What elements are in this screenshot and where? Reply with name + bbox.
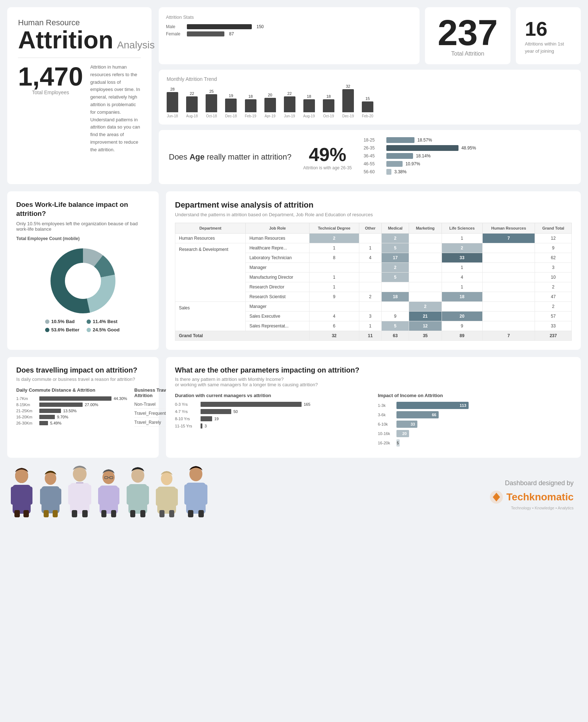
commute-section: Daily Commute Distance & Attrition 1-7Km… xyxy=(16,387,127,429)
params-title: What are the other parameters impacting … xyxy=(175,366,572,374)
age-bars: 18-25 18.57% 26-35 48.95% 36-45 18. xyxy=(364,137,571,177)
cell-other xyxy=(359,263,381,273)
cell-tech: 6 xyxy=(309,321,359,331)
svg-rect-14 xyxy=(56,488,61,505)
dashboard: Human Resource Attrition Analysis 1,470 … xyxy=(0,0,588,525)
brand-logo-icon xyxy=(489,490,504,504)
cell-dept: Human Resources xyxy=(175,234,246,243)
cell-tech xyxy=(309,263,359,273)
dur-row-3: 8-10 Yrs 19 xyxy=(175,416,369,421)
grand-total-hr: 7 xyxy=(482,331,535,341)
col-medical: Medical xyxy=(382,223,409,234)
cell-hr xyxy=(482,321,535,331)
params-subtitle: Is there any pattern in attrition with M… xyxy=(175,377,572,387)
svg-point-39 xyxy=(161,472,172,485)
male-label: Male xyxy=(166,24,184,29)
donut-label-good: 24.5% Good xyxy=(87,327,121,332)
total-attrition-number: 237 xyxy=(438,14,498,51)
person-4 xyxy=(95,469,122,517)
first-year-number: 16 xyxy=(525,17,572,40)
age-bar-36-45: 36-45 18.14% xyxy=(364,153,571,159)
cell-life: 33 xyxy=(442,253,482,263)
commute-title: Daily Commute Distance & Attrition xyxy=(16,387,127,393)
cell-life: 18 xyxy=(442,292,482,302)
cell-marketing: 2 xyxy=(409,302,442,312)
cell-medical: 2 xyxy=(382,234,409,243)
age-percent-label: Attrition is with age 26-35 xyxy=(302,165,353,170)
cell-role: Research Director xyxy=(246,282,309,292)
trend-bar-jun18: 28 Jun-18 xyxy=(167,87,178,118)
cell-medical: 18 xyxy=(382,292,409,302)
svg-rect-8 xyxy=(14,510,20,517)
people-illustration xyxy=(7,465,210,517)
income-row-4: 10-16k 20 xyxy=(378,430,572,437)
cell-hr xyxy=(482,292,535,302)
svg-rect-7 xyxy=(27,487,32,505)
donut-chart-container: 10.5% Bad 11.4% Best 53.6% Better 24.5% … xyxy=(16,245,150,332)
cell-hr xyxy=(482,243,535,253)
cell-medical: 5 xyxy=(382,243,409,253)
cell-tech: 1 xyxy=(309,282,359,292)
cell-medical: 9 xyxy=(382,312,409,321)
cell-tech: 2 xyxy=(309,234,359,243)
svg-rect-16 xyxy=(53,510,58,517)
svg-rect-35 xyxy=(127,486,132,505)
commute-row-1: 1-7Km 44.30% xyxy=(16,396,127,401)
trend-bar-oct18: 25 Oct-18 xyxy=(206,89,217,118)
first-year-box: 16 Attritions within 1st year of joining xyxy=(516,7,581,64)
income-row-3: 6-10k 33 xyxy=(378,421,572,428)
cell-dept: Sales xyxy=(175,302,246,331)
age-question: Does Age really matter in attrition? xyxy=(169,152,291,163)
cell-other: 3 xyxy=(359,312,381,321)
cell-life: 2 xyxy=(442,243,482,253)
grand-total-medical: 63 xyxy=(382,331,409,341)
dur-row-1: 0-3 Yrs 165 xyxy=(175,402,369,407)
monthly-trend-chart: 28 Jun-18 22 Aug-18 25 Oct-18 xyxy=(167,86,573,118)
age-bar-26-35: 26-35 48.95% xyxy=(364,145,571,151)
cell-medical: 2 xyxy=(382,263,409,273)
cell-total: 33 xyxy=(535,321,572,331)
trend-bar-aug18: 22 Aug-18 xyxy=(186,91,198,118)
cell-role: Research Scientist xyxy=(246,292,309,302)
donut-label-better: 53.6% Better xyxy=(45,327,79,332)
grand-total-tech: 32 xyxy=(309,331,359,341)
table-row: Sales Manager 2 2 xyxy=(175,302,572,312)
monthly-trend-title: Monthly Attrition Trend xyxy=(167,76,573,82)
cell-marketing xyxy=(409,243,442,253)
svg-rect-48 xyxy=(202,484,207,505)
svg-rect-26 xyxy=(98,487,103,505)
person-3 xyxy=(65,465,94,517)
cell-dept: Research & Development xyxy=(175,243,246,302)
age-bar-56-60: 56-60 3.38% xyxy=(364,169,571,175)
cell-hr xyxy=(482,312,535,321)
cell-role: Human Resources xyxy=(246,234,309,243)
commute-row-2: 8-15Km 27.00% xyxy=(16,403,127,407)
dept-table: Department Job Role Technical Degree Oth… xyxy=(175,223,572,341)
cell-total: 62 xyxy=(535,253,572,263)
cell-medical: 5 xyxy=(382,273,409,282)
donut-label-bad: 10.5% Bad xyxy=(45,319,79,324)
donut-label-best: 11.4% Best xyxy=(87,319,121,324)
svg-rect-38 xyxy=(140,510,145,517)
cell-marketing xyxy=(409,282,442,292)
grand-total-row: Grand Total 32 11 63 35 89 7 237 xyxy=(175,331,572,341)
person-5 xyxy=(123,467,152,517)
cell-marketing xyxy=(409,292,442,302)
cell-life: 9 xyxy=(442,321,482,331)
age-percent: 49% xyxy=(302,144,353,165)
dept-card: Department wise analysis of attrition Un… xyxy=(166,191,581,350)
worklife-subtitle: Only 10.5% employees left the organizati… xyxy=(16,221,150,232)
worklife-card: Does Work-Life balance impact on attriti… xyxy=(7,191,159,350)
male-stat-row: Male 150 xyxy=(166,24,412,29)
col-jobrole: Job Role xyxy=(246,223,309,234)
commute-row-4: 16-20Km 9.70% xyxy=(16,415,127,419)
svg-rect-47 xyxy=(184,484,189,505)
cell-other xyxy=(359,234,381,243)
cell-tech: 1 xyxy=(309,243,359,253)
dept-title: Department wise analysis of attrition xyxy=(175,200,572,210)
total-employees-number: 1,470 xyxy=(18,64,83,90)
cell-total: 2 xyxy=(535,302,572,312)
cell-hr xyxy=(482,273,535,282)
cell-other xyxy=(359,282,381,292)
age-bar-46-55: 46-55 10.97% xyxy=(364,161,571,167)
